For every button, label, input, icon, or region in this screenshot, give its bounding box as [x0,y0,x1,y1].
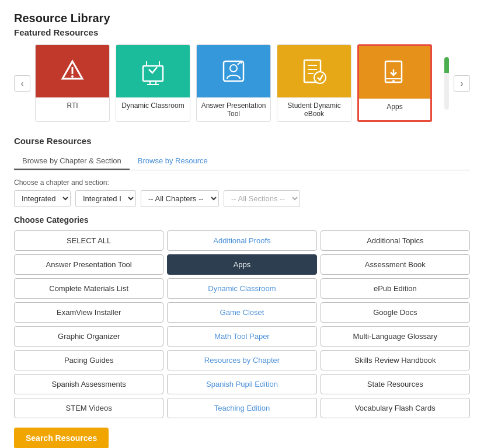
resource-card-apps-icon [359,46,430,99]
category-btn-vocabulary-flash-cards[interactable]: Vocabulary Flash Cards [321,398,470,418]
resource-card-dynamic-classroom[interactable]: Dynamic Classroom [116,44,190,122]
resource-card-answer-presentation-tool-label: Answer Presentation Tool [197,97,270,121]
resource-card-apps[interactable]: Apps [357,44,432,122]
resource-card-dynamic-classroom-icon [116,45,190,97]
resource-card-student-dynamic-ebook[interactable]: Student Dynamic eBook [277,44,351,122]
category-btn-google-docs[interactable]: Google Docs [321,302,470,323]
resource-card-answer-presentation-tool[interactable]: Answer Presentation Tool [196,44,271,122]
svg-point-2 [71,75,74,78]
category-btn-graphic-organizer[interactable]: Graphic Organizer [14,326,163,346]
carousel-next-button[interactable]: › [454,75,470,92]
resource-card-apps-label: Apps [359,99,430,114]
category-btn-spanish-pupil-edition[interactable]: Spanish Pupil Edition [167,374,316,394]
category-btn-teaching-edition[interactable]: Teaching Edition [167,398,316,418]
filter-selects: Integrated Integrated I -- All Chapters … [14,190,470,207]
category-btn-stem-videos[interactable]: STEM Videos [14,398,163,418]
filter-row: Choose a chapter and section: Integrated… [14,178,470,207]
section-select[interactable]: -- All Sections -- [224,190,300,207]
carousel-progress-fill [444,57,449,73]
svg-point-16 [314,72,326,83]
category-btn-apps[interactable]: Apps [167,254,316,275]
category-btn-math-tool-paper[interactable]: Math Tool Paper [167,326,316,346]
svg-point-8 [230,65,237,72]
chapter-select[interactable]: -- All Chapters -- [141,190,219,207]
carousel-container: ‹ RTI [14,44,470,122]
category-btn-state-resources[interactable]: State Resources [321,374,470,394]
category-btn-multi-language-glossary[interactable]: Multi-Language Glossary [321,326,470,346]
category-btn-dynamic-classroom[interactable]: Dynamic Classroom [167,278,316,299]
resource-card-rti-label: RTI [36,97,109,113]
category-btn-skills-review-handbook[interactable]: Skills Review Handbook [321,350,470,370]
search-resources-button[interactable]: Search Resources [14,428,109,448]
resource-card-rti[interactable]: RTI [35,44,110,122]
featured-resources-section: Featured Resources ‹ RTI [14,27,470,122]
resource-card-student-dynamic-ebook-label: Student Dynamic eBook [277,97,351,121]
carousel-items: RTI Dynamic Classroom [35,44,440,122]
program-select[interactable]: Integrated [14,190,71,207]
category-btn-game-closet[interactable]: Game Closet [167,302,316,323]
tab-chapter-section[interactable]: Browse by Chapter & Section [14,153,130,170]
category-btn-additional-proofs[interactable]: Additional Proofs [167,230,316,251]
category-btn-examview-installer[interactable]: ExamView Installer [14,302,163,323]
featured-resources-title: Featured Resources [14,27,470,37]
category-btn-epub-edition[interactable]: ePub Edition [321,278,470,299]
course-tabs: Browse by Chapter & Section Browse by Re… [14,153,470,170]
category-btn-additional-topics[interactable]: Additional Topics [321,230,470,251]
category-btn-pacing-guides[interactable]: Pacing Guides [14,350,163,370]
course-resources-section: Course Resources Browse by Chapter & Sec… [14,136,470,448]
category-btn-resources-by-chapter[interactable]: Resources by Chapter [167,350,316,370]
category-btn-spanish-assessments[interactable]: Spanish Assessments [14,374,163,394]
carousel-prev-button[interactable]: ‹ [14,75,30,92]
tab-resource[interactable]: Browse by Resource [130,153,216,170]
categories-label: Choose Categories [14,215,470,225]
resource-card-rti-icon [36,45,109,97]
carousel-progress [444,57,449,110]
resource-card-dynamic-classroom-label: Dynamic Classroom [116,97,190,113]
categories-grid: SELECT ALLAdditional ProofsAdditional To… [14,230,470,418]
category-btn-answer-presentation-tool[interactable]: Answer Presentation Tool [14,254,163,275]
category-btn-assessment-book[interactable]: Assessment Book [321,254,470,275]
svg-rect-3 [143,66,163,81]
category-btn-complete-materials-list[interactable]: Complete Materials List [14,278,163,299]
resource-card-answer-presentation-tool-icon [197,45,270,97]
category-btn-select-all[interactable]: SELECT ALL [14,230,163,251]
course-select[interactable]: Integrated I [75,190,136,207]
page-title: Resource Library [14,12,470,25]
course-resources-title: Course Resources [14,136,470,146]
resource-card-student-dynamic-ebook-icon [277,45,351,97]
svg-point-19 [392,80,395,82]
filter-label: Choose a chapter and section: [14,178,470,187]
